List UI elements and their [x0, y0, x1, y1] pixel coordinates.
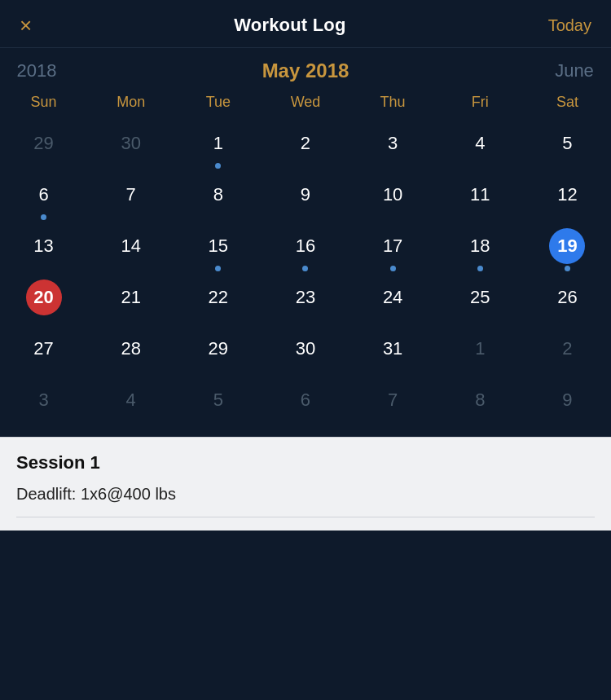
calendar-date: 1 — [200, 125, 236, 161]
workout-dot — [477, 266, 483, 271]
calendar-cell[interactable]: 19 — [524, 223, 611, 275]
calendar-date: 17 — [375, 228, 411, 264]
calendar-cell[interactable]: 27 — [0, 326, 87, 377]
workout-dot — [565, 266, 570, 271]
calendar-cell[interactable]: 7 — [349, 377, 437, 429]
calendar-cell[interactable]: 10 — [349, 172, 437, 223]
current-month-label: May 2018 — [73, 59, 538, 82]
calendar-cell[interactable]: 13 — [0, 223, 87, 275]
calendar-cell[interactable]: 22 — [174, 275, 262, 326]
calendar-date: 30 — [113, 125, 149, 161]
calendar-date: 4 — [113, 382, 149, 418]
calendar-date: 25 — [462, 280, 498, 315]
calendar-cell[interactable]: 30 — [262, 326, 349, 377]
calendar-date: 6 — [288, 382, 323, 418]
session-item: Deadlift: 1x6@400 lbs — [16, 485, 595, 504]
calendar-date: 8 — [462, 382, 498, 418]
calendar-cell[interactable]: 5 — [174, 377, 262, 429]
workout-dot — [215, 266, 221, 271]
workout-dot — [302, 266, 308, 271]
calendar-cell[interactable]: 25 — [437, 275, 524, 326]
page-title: Workout Log — [234, 15, 345, 36]
calendar-date: 27 — [26, 331, 62, 367]
calendar-cell[interactable]: 3 — [0, 377, 87, 429]
workout-dot — [215, 163, 221, 169]
calendar-date: 22 — [200, 280, 236, 315]
calendar-cell[interactable]: 1 — [437, 326, 524, 377]
calendar-date: 24 — [375, 280, 411, 315]
calendar-cell[interactable]: 11 — [437, 172, 524, 223]
day-header-wed: Wed — [262, 90, 349, 114]
calendar-date: 30 — [288, 331, 323, 367]
day-headers: SunMonTueWedThuFriSat — [0, 86, 611, 117]
calendar-cell[interactable]: 16 — [262, 223, 349, 275]
calendar-date: 3 — [375, 125, 411, 161]
calendar-cell[interactable]: 2 — [262, 121, 349, 172]
calendar-cell[interactable]: 20 — [0, 275, 87, 326]
day-header-thu: Thu — [349, 90, 437, 114]
calendar-cell[interactable]: 31 — [349, 326, 437, 377]
calendar-cell[interactable]: 9 — [524, 377, 611, 429]
calendar-cell[interactable]: 15 — [174, 223, 262, 275]
calendar-date: 18 — [462, 228, 498, 264]
calendar-cell[interactable]: 2 — [524, 326, 611, 377]
calendar-cell[interactable]: 29 — [174, 326, 262, 377]
calendar-cell[interactable]: 4 — [437, 121, 524, 172]
close-icon[interactable]: × — [20, 15, 32, 36]
calendar-cell[interactable]: 7 — [87, 172, 174, 223]
calendar-cell[interactable]: 6 — [262, 377, 349, 429]
calendar-cell[interactable]: 1 — [174, 121, 262, 172]
calendar-cell[interactable]: 3 — [349, 121, 437, 172]
calendar-date: 15 — [200, 228, 236, 264]
session-title: Session 1 — [16, 452, 595, 473]
calendar-date: 6 — [26, 177, 62, 213]
calendar-cell[interactable]: 29 — [0, 121, 87, 172]
calendar-cell[interactable]: 9 — [262, 172, 349, 223]
session-panel: Session 1 Deadlift: 1x6@400 lbs — [0, 437, 611, 531]
calendar-cell[interactable]: 4 — [87, 377, 174, 429]
day-header-tue: Tue — [174, 90, 262, 114]
calendar-cell[interactable]: 5 — [524, 121, 611, 172]
calendar-cell[interactable]: 14 — [87, 223, 174, 275]
calendar-cell[interactable]: 28 — [87, 326, 174, 377]
calendar-date: 10 — [375, 177, 411, 213]
calendar-date: 13 — [26, 228, 62, 264]
calendar-cell[interactable]: 6 — [0, 172, 87, 223]
calendar-date: 9 — [549, 382, 585, 418]
calendar-date: 12 — [549, 177, 585, 213]
today-button[interactable]: Today — [548, 16, 591, 35]
calendar-cell[interactable]: 8 — [437, 377, 524, 429]
header: × Workout Log Today — [0, 0, 611, 48]
calendar-cell[interactable]: 26 — [524, 275, 611, 326]
calendar-date: 21 — [113, 280, 149, 315]
calendar-date: 2 — [549, 331, 585, 367]
calendar-cell[interactable]: 23 — [262, 275, 349, 326]
calendar-date: 29 — [26, 125, 62, 161]
calendar-cell[interactable]: 30 — [87, 121, 174, 172]
calendar-date: 14 — [113, 228, 149, 264]
session-divider — [16, 517, 595, 517]
calendar-date: 16 — [288, 228, 323, 264]
calendar-date: 2 — [288, 125, 323, 161]
calendar-cell[interactable]: 18 — [437, 223, 524, 275]
workout-dot — [41, 214, 46, 220]
day-header-sun: Sun — [0, 90, 87, 114]
prev-month-label[interactable]: 2018 — [0, 60, 73, 81]
day-header-fri: Fri — [437, 90, 524, 114]
calendar-cell[interactable]: 24 — [349, 275, 437, 326]
calendar-date: 29 — [200, 331, 236, 367]
calendar-cell[interactable]: 8 — [174, 172, 262, 223]
calendar-date: 3 — [26, 382, 62, 418]
day-header-mon: Mon — [87, 90, 174, 114]
calendar-date: 4 — [462, 125, 498, 161]
workout-dot — [390, 266, 396, 271]
calendar-date: 11 — [462, 177, 498, 213]
calendar-date: 20 — [26, 280, 62, 315]
calendar-cell[interactable]: 17 — [349, 223, 437, 275]
month-navigation: 2018 May 2018 June — [0, 48, 611, 86]
next-month-label[interactable]: June — [538, 60, 611, 81]
calendar-date: 8 — [200, 177, 236, 213]
calendar-grid: 2930123456789101112131415161718192021222… — [0, 117, 611, 437]
calendar-cell[interactable]: 21 — [87, 275, 174, 326]
calendar-cell[interactable]: 12 — [524, 172, 611, 223]
